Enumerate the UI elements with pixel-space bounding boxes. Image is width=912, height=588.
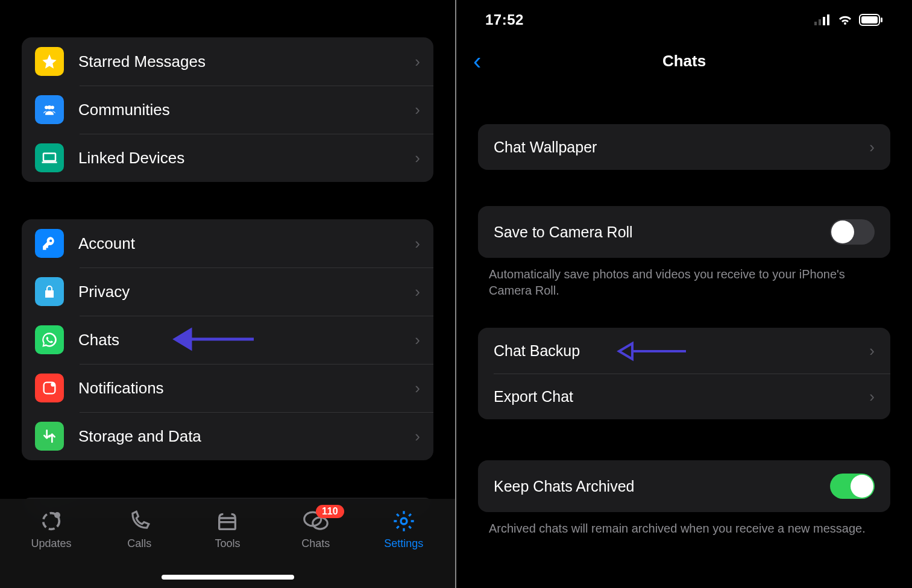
- settings-screen: Starred Messages › Communities › Linked …: [0, 0, 456, 588]
- svg-rect-3: [43, 154, 55, 161]
- row-save-camera-roll[interactable]: Save to Camera Roll: [478, 206, 890, 258]
- row-account[interactable]: Account ›: [22, 219, 433, 267]
- svg-rect-19: [881, 17, 882, 22]
- svg-rect-9: [219, 518, 236, 529]
- status-time: 17:52: [485, 11, 524, 28]
- row-label: Save to Camera Roll: [494, 224, 633, 241]
- chevron-right-icon: ›: [869, 138, 875, 157]
- row-label: Chat Wallpaper: [494, 139, 597, 156]
- row-communities[interactable]: Communities ›: [22, 86, 433, 134]
- key-icon: [35, 229, 64, 258]
- svg-point-12: [401, 518, 407, 524]
- tab-label: Calls: [127, 537, 151, 550]
- toggle-keep-archived[interactable]: [830, 474, 875, 499]
- footer-camera-roll: Automatically save photos and videos you…: [489, 266, 879, 299]
- notification-icon: [35, 374, 64, 402]
- row-privacy[interactable]: Privacy ›: [22, 267, 433, 316]
- badge: 110: [316, 505, 344, 518]
- status-bar: 17:52: [456, 0, 912, 40]
- communities-icon: [35, 95, 64, 124]
- tools-icon: [215, 508, 240, 534]
- chats-group-wallpaper: Chat Wallpaper ›: [478, 124, 890, 170]
- row-label: Chat Backup: [494, 342, 580, 360]
- whatsapp-icon: [35, 325, 64, 354]
- chevron-right-icon: ›: [415, 52, 420, 71]
- svg-rect-13: [814, 22, 817, 25]
- tab-label: Chats: [301, 537, 330, 550]
- tab-bar: Updates Calls Tools 110 Chats Settings: [0, 499, 455, 588]
- row-label: Privacy: [78, 283, 415, 301]
- chats-settings-screen: 17:52 ‹ Chats Chat Wallpaper › Save to C…: [456, 0, 912, 588]
- nav-title: Chats: [662, 52, 706, 70]
- chats-group-backup: Chat Backup › Export Chat ›: [478, 328, 890, 419]
- row-linked-devices[interactable]: Linked Devices ›: [22, 134, 433, 182]
- laptop-icon: [35, 143, 64, 172]
- row-label: Storage and Data: [78, 427, 415, 446]
- row-label: Account: [78, 234, 415, 253]
- row-keep-archived[interactable]: Keep Chats Archived: [478, 460, 890, 512]
- row-label: Notifications: [78, 379, 415, 398]
- status-icons: [814, 14, 883, 26]
- chats-group-archive: Keep Chats Archived: [478, 460, 890, 512]
- home-indicator[interactable]: [162, 575, 294, 580]
- tab-tools[interactable]: Tools: [188, 508, 266, 550]
- svg-rect-14: [819, 19, 821, 25]
- tab-settings[interactable]: Settings: [365, 508, 443, 550]
- tab-label: Updates: [31, 537, 72, 550]
- svg-point-2: [48, 105, 52, 110]
- chevron-right-icon: ›: [415, 427, 420, 446]
- chevron-right-icon: ›: [415, 283, 420, 301]
- footer-archive: Archived chats will remain archived when…: [489, 521, 879, 537]
- lock-icon: [35, 277, 64, 306]
- star-icon: [35, 47, 64, 76]
- row-label: Keep Chats Archived: [494, 478, 634, 495]
- svg-rect-18: [861, 16, 878, 23]
- row-label: Export Chat: [494, 388, 573, 405]
- tab-label: Tools: [215, 537, 240, 550]
- settings-group-1: Starred Messages › Communities › Linked …: [22, 37, 433, 182]
- row-label: Communities: [78, 101, 415, 119]
- svg-point-6: [51, 383, 55, 387]
- row-storage[interactable]: Storage and Data ›: [22, 412, 433, 460]
- back-button[interactable]: ‹: [473, 48, 481, 75]
- chevron-right-icon: ›: [415, 101, 420, 119]
- tab-chats[interactable]: 110 Chats: [277, 508, 355, 550]
- settings-group-2: Account › Privacy › Chats › Notification…: [22, 219, 433, 460]
- row-label: Starred Messages: [78, 52, 415, 71]
- tab-label: Settings: [384, 537, 423, 550]
- updates-icon: [39, 508, 64, 534]
- chevron-right-icon: ›: [869, 387, 875, 406]
- row-export-chat[interactable]: Export Chat ›: [478, 374, 890, 419]
- row-chat-backup[interactable]: Chat Backup ›: [478, 328, 890, 374]
- row-chats[interactable]: Chats ›: [22, 316, 433, 364]
- tab-calls[interactable]: Calls: [100, 508, 178, 550]
- row-chat-wallpaper[interactable]: Chat Wallpaper ›: [478, 124, 890, 170]
- toggle-save-camera-roll[interactable]: [830, 219, 875, 245]
- svg-rect-4: [42, 161, 57, 163]
- row-notifications[interactable]: Notifications ›: [22, 364, 433, 412]
- svg-point-8: [54, 512, 60, 518]
- calls-icon: [127, 508, 152, 534]
- svg-rect-16: [827, 14, 829, 25]
- svg-rect-15: [823, 17, 825, 25]
- tab-updates[interactable]: Updates: [12, 508, 90, 550]
- chevron-right-icon: ›: [415, 234, 420, 253]
- chats-group-camera: Save to Camera Roll: [478, 206, 890, 258]
- row-label: Linked Devices: [78, 149, 415, 167]
- chevron-right-icon: ›: [415, 331, 420, 349]
- cellular-icon: [814, 14, 831, 25]
- nav-bar: ‹ Chats: [456, 40, 912, 82]
- storage-icon: [35, 422, 64, 451]
- chevron-right-icon: ›: [415, 379, 420, 398]
- chevron-right-icon: ›: [869, 342, 875, 360]
- row-label: Chats: [78, 331, 415, 349]
- row-starred-messages[interactable]: Starred Messages ›: [22, 37, 433, 86]
- settings-icon: [391, 508, 417, 534]
- annotation-arrow: [617, 340, 689, 363]
- wifi-icon: [837, 14, 853, 26]
- battery-icon: [859, 14, 883, 26]
- chevron-right-icon: ›: [415, 149, 420, 167]
